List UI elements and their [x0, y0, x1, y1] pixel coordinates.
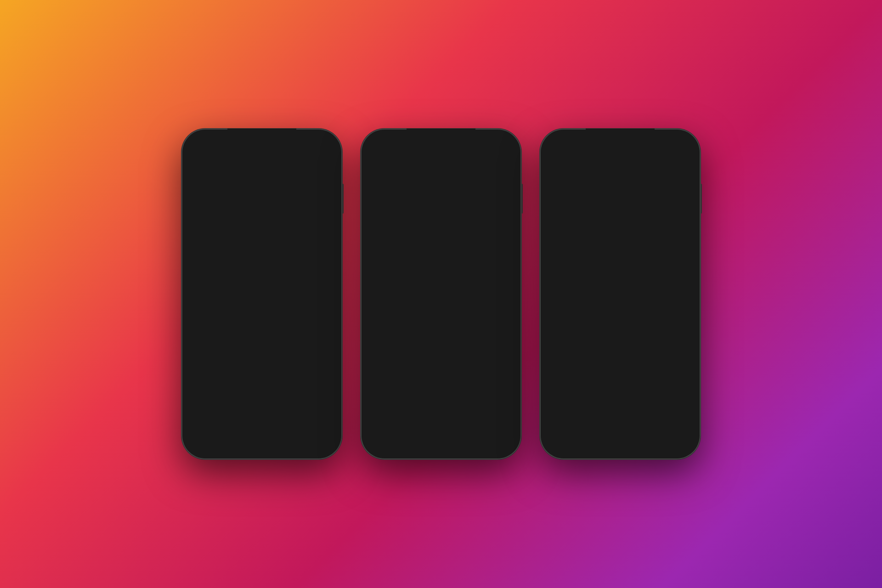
avatar: D [550, 295, 565, 310]
battery-icon-3 [675, 144, 685, 149]
emoji-purple-heart[interactable]: 💜 [623, 402, 635, 414]
reply-button[interactable]: Reply [581, 394, 595, 398]
comment-content: lofti232 love you stupid loser 😍 jk you'… [569, 375, 677, 398]
comment-item: A amethyst_grl daaaang 😎 5h 1 like Reply… [186, 373, 338, 396]
emoji-hearts[interactable]: 💕 [550, 402, 562, 414]
heart-button[interactable]: ♡ [682, 327, 690, 337]
nav-bar-1: ‹ Comments ••• [186, 153, 338, 174]
comment-username[interactable]: amethyst_grl [569, 351, 606, 358]
emoji-purple-heart[interactable]: 💜 [265, 402, 277, 414]
comment-username[interactable]: amethyst_grl [211, 377, 248, 384]
heart-button[interactable]: ♡ [682, 181, 690, 191]
comment-username[interactable]: lil_lapislazuli [569, 328, 606, 334]
heart-button[interactable]: ♡ [323, 352, 332, 362]
comment-username[interactable]: hey_sarah2002 [211, 288, 254, 295]
phone-screen-2: 9:41 ⌸ ‹ Comment [365, 133, 517, 455]
emoji-heart[interactable]: ❤️ [228, 402, 241, 414]
comment-meta: 5h 1 like Reply [211, 338, 319, 345]
comment-username[interactable]: kenzoere [588, 205, 613, 212]
comment-text: dark_emeralds I really like the second p… [211, 320, 319, 336]
comment-username[interactable]: dark_emeralds [569, 295, 611, 302]
emoji-fire[interactable]: 🔥 [320, 402, 332, 414]
comment-item: D dark_emeralds I really like the second… [544, 291, 696, 323]
comment-username[interactable]: lil_lapislazuli [211, 352, 248, 359]
reply-button[interactable]: Reply [241, 386, 255, 393]
emoji-bar-1: 💕 😍 ❤️ ⚡ 💜 🖤 🎉 🔥 [186, 398, 338, 418]
modal-overlay: Unhide Comment? Unhide Cancel [365, 133, 517, 455]
emoji-hearts[interactable]: 💕 [192, 402, 204, 414]
modal-title: Unhide Comment? [381, 260, 501, 283]
back-button-1[interactable]: ‹ [193, 158, 207, 170]
reply-button[interactable]: Reply [241, 362, 255, 369]
nav-bar-3: ‹ Comments ••• [544, 153, 696, 174]
emoji-black-heart[interactable]: 🖤 [283, 402, 295, 414]
heart-button[interactable]: ♡ [682, 262, 690, 272]
comment-field-3[interactable]: Add a comment... [569, 422, 690, 438]
reply-button[interactable]: Reply [241, 216, 255, 223]
nav-title-1: Comments [243, 159, 281, 168]
heart-button[interactable]: ♡ [682, 295, 690, 305]
unhide-modal-button[interactable]: Unhide [381, 283, 501, 306]
heart-button[interactable]: ♥ [325, 181, 332, 191]
comments-list-3: C the living room though! 5h 1 like Repl… [544, 174, 696, 398]
heart-button[interactable]: ♡ [682, 205, 690, 215]
reply-button[interactable]: Reply [241, 306, 255, 312]
avatar: A [192, 376, 206, 391]
comment-field-1[interactable]: Add a comment... [211, 422, 332, 438]
phone-2: 9:41 ⌸ ‹ Comment [361, 129, 521, 459]
home-indicator-1 [186, 442, 338, 455]
heart-button[interactable]: ♡ [323, 288, 332, 298]
emoji-lightning[interactable]: ⚡ [247, 402, 259, 414]
heart-button[interactable]: ♡ [323, 376, 332, 386]
comment-content: lil_lapislazuli love it! 5h 1 like Reply [569, 327, 677, 344]
comment-meta: 5h 1 like Reply [211, 216, 321, 223]
heart-button[interactable]: ♡ [682, 351, 690, 361]
emoji-eyes[interactable]: 😍 [210, 402, 222, 414]
emoji-lightning[interactable]: ⚡ [605, 402, 617, 414]
emoji-black-heart[interactable]: 🖤 [641, 402, 654, 414]
heart-button[interactable]: ♡ [682, 375, 690, 385]
avatar: C [192, 181, 206, 196]
more-button-3[interactable]: ••• [677, 158, 689, 168]
reply-button[interactable]: Reply [259, 274, 273, 280]
cancel-modal-button[interactable]: Cancel [381, 306, 501, 328]
reply-button[interactable]: Reply [599, 281, 613, 288]
avatar: S [550, 262, 565, 277]
reply-button[interactable]: Reply [599, 313, 613, 320]
back-button-3[interactable]: ‹ [552, 158, 565, 170]
reply-button[interactable]: Reply [599, 191, 613, 198]
more-button-1[interactable]: ••• [319, 158, 330, 168]
comment-username[interactable]: clocars [211, 181, 232, 188]
phone-screen-1: 9:41 ⌸ ‹ Comment [186, 133, 338, 455]
emoji-fire[interactable]: 🔥 [678, 402, 690, 414]
heart-button[interactable]: ♡ [323, 320, 332, 330]
comment-item: L lil_lapislazuli love it! 5h 1 like Rep… [186, 348, 338, 372]
avatar: L [192, 352, 206, 367]
avatar: C [550, 181, 565, 196]
comment-placeholder-3: Add a comment... [576, 427, 623, 434]
reply-button[interactable]: Reply [599, 361, 613, 368]
emoji-bar-3: 💕 😍 ❤️ ⚡ 💜 🖤 🎉 🔥 [544, 398, 696, 418]
reply-button[interactable]: Reply [241, 338, 255, 345]
reply-button[interactable]: Reply [599, 337, 613, 344]
emoji-eyes[interactable]: 😍 [568, 402, 581, 414]
emoji-heart[interactable]: ❤️ [587, 402, 599, 414]
comment-meta: 5h 1 like Reply [569, 313, 677, 320]
emoji-party[interactable]: 🎉 [660, 402, 672, 414]
avatar: D [192, 320, 206, 334]
comment-meta: 5h 1 like Reply [211, 306, 319, 312]
comment-item: S hey_sarah2002 wow this is so lovely. c… [544, 259, 696, 291]
comment-content: the living room though! 5h 1 like Reply [569, 181, 677, 198]
comment-text: kenzoere yess so down! I love the colors… [229, 230, 319, 272]
wifi-icon-3: ⌸ [669, 143, 673, 150]
comment-text: amethyst_grl daaaang 😎 [569, 351, 677, 359]
comment-username[interactable]: kenzoere [229, 231, 255, 237]
comment-username[interactable]: dark_emeralds [211, 320, 253, 327]
heart-button[interactable]: ♡ [323, 230, 332, 240]
comment-username[interactable]: hey_sarah2002 [569, 263, 612, 270]
emoji-party[interactable]: 🎉 [301, 402, 314, 414]
reply-button[interactable]: Reply [617, 249, 632, 255]
comment-username[interactable]: lofti232 [569, 375, 590, 382]
home-indicator-3 [544, 442, 696, 455]
comment-content: clocars @kenzoere omg this looks so nice… [211, 181, 321, 223]
